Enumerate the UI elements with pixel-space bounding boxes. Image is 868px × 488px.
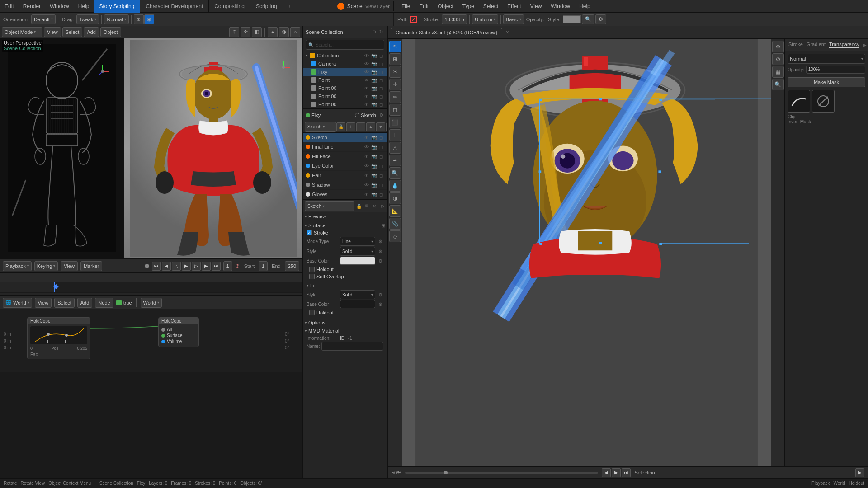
layer-move-down-btn[interactable]: ▼ <box>376 122 385 131</box>
menu-render[interactable]: Render <box>19 1 45 11</box>
mode-type-extra-btn[interactable]: ⚙ <box>377 238 383 244</box>
layer-gloves[interactable]: Gloves 👁 📷 ◻ <box>303 190 387 199</box>
krita-close-tab-btn[interactable]: ✕ <box>504 29 510 36</box>
krita-prev-btn[interactable]: ◀ <box>602 468 611 477</box>
gizmo-icon[interactable]: ✛ <box>241 27 250 37</box>
ff-vis-btn[interactable]: 👁 <box>363 153 370 160</box>
object-selector[interactable]: Fixy <box>306 113 353 118</box>
material-view-icon[interactable]: ◑ <box>279 27 289 37</box>
basic-dropdown[interactable]: Basic▾ <box>503 14 524 24</box>
layer-remove-btn[interactable]: - <box>356 122 365 131</box>
playback-dropdown[interactable]: Playback▾ <box>3 261 32 271</box>
layer-hair[interactable]: Hair 👁 📷 ◻ <box>303 171 387 180</box>
props-menu-btn[interactable]: ▶ <box>863 42 867 48</box>
brush-tool-btn[interactable]: ✏ <box>389 91 401 103</box>
render-view-icon[interactable]: ○ <box>290 27 300 37</box>
gradient-tab[interactable]: Gradient <box>807 42 826 48</box>
fill-color-extra-btn[interactable]: ⚙ <box>377 301 383 307</box>
krita-menu-effect[interactable]: Effect <box>503 1 525 11</box>
sketch-vis-btn[interactable]: 👁 <box>363 134 370 141</box>
ec-vis-btn[interactable]: 👁 <box>363 163 370 169</box>
surface-header[interactable]: ▾ Surface ⊞ <box>305 222 385 229</box>
move-tool-btn[interactable]: ✛ <box>389 79 401 90</box>
pt-render-icon[interactable]: 📷 <box>371 77 377 83</box>
right-tool-2[interactable]: ⊘ <box>772 53 784 65</box>
stroke-enable-check[interactable]: Stroke <box>307 230 383 235</box>
object-btn[interactable]: Object <box>100 27 121 37</box>
view-btn[interactable]: View <box>44 27 61 37</box>
world-dropdown[interactable]: World▾ <box>141 298 162 308</box>
base-color-extra-btn[interactable]: ⚙ <box>377 258 383 264</box>
overlay-icon[interactable]: ⊙ <box>229 27 239 37</box>
transparency-tab[interactable]: Transparency <box>829 42 859 48</box>
track-content[interactable] <box>54 282 302 292</box>
fill-style-extra-btn[interactable]: ⚙ <box>377 291 383 298</box>
object-mode-dropdown[interactable]: Object Mode▾ <box>2 27 42 37</box>
gl-extra-btn[interactable]: ◻ <box>378 191 384 197</box>
fl-extra-btn[interactable]: ◻ <box>378 144 384 150</box>
pt4-render-icon[interactable]: 📷 <box>371 101 377 108</box>
krita-menu-file[interactable]: File <box>397 1 415 11</box>
tab-scripting[interactable]: Scripting <box>250 0 283 13</box>
frame-end-field[interactable]: 250 <box>285 261 299 271</box>
node-view-btn[interactable]: View <box>35 298 52 308</box>
pt2-lock-icon[interactable]: ◻ <box>378 85 384 91</box>
layer-add-btn[interactable]: + <box>346 122 355 131</box>
next-frame-btn[interactable]: ▶ <box>202 262 211 271</box>
layer-eye-color[interactable]: Eye Color 👁 📷 ◻ <box>303 161 387 171</box>
pt-vis-icon[interactable]: 👁 <box>363 77 370 83</box>
layer-move-up-btn[interactable]: ▲ <box>366 122 375 131</box>
preview-header[interactable]: ▾ Preview <box>305 214 385 219</box>
fill-tool-btn[interactable]: ⬛ <box>389 117 401 128</box>
blend-mode-dropdown[interactable]: Normal ▾ <box>788 54 865 64</box>
outliner-item-collection[interactable]: ▾ Collection 👁 📷 ◻ <box>303 52 387 60</box>
make-mask-btn[interactable]: Make Mask <box>788 77 865 87</box>
stroke-value-field[interactable]: 13.333 p <box>442 14 467 24</box>
tab-compositing[interactable]: Compositing <box>209 0 250 13</box>
curve-marker-2[interactable] <box>65 340 66 343</box>
layer-filter-dropdown[interactable]: Sketch▾ <box>305 122 336 132</box>
transform-tool-btn[interactable]: ⊞ <box>389 53 401 65</box>
outliner-item-point3[interactable]: Point.00 👁 📷 ◻ <box>303 92 387 100</box>
pt4-lock-icon[interactable]: ◻ <box>378 101 384 108</box>
fill-header[interactable]: ▾ Fill <box>307 282 383 289</box>
cam-render-icon[interactable]: 📷 <box>371 61 377 67</box>
pt2-render-icon[interactable]: 📷 <box>371 85 377 91</box>
ec-extra-btn[interactable]: ◻ <box>378 163 384 169</box>
gl-lock-btn[interactable]: 📷 <box>371 191 377 197</box>
base-color-swatch[interactable] <box>340 257 375 265</box>
select-tool-btn[interactable]: ↖ <box>389 41 401 52</box>
sh-vis-btn[interactable]: 👁 <box>363 182 370 188</box>
sh-extra-btn[interactable]: ◻ <box>378 182 384 188</box>
layer-copy-btn[interactable]: ⧉ <box>363 203 370 209</box>
krita-doc-tab[interactable]: Character Slate v3.pdf @ 50% (RGB/Previe… <box>391 28 502 37</box>
layer-sketch[interactable]: Sketch 👁 📷 ◻ <box>303 133 387 142</box>
krita-menu-object[interactable]: Object <box>433 1 458 11</box>
style-dropdown[interactable]: Solid▾ <box>340 247 375 256</box>
node-curve[interactable]: HoldCope <box>27 317 90 359</box>
drag-dropdown[interactable]: Tweak▾ <box>76 14 99 24</box>
jump-end-btn[interactable]: ⏭ <box>212 262 221 271</box>
gradient-tool-btn[interactable]: ◑ <box>389 192 401 204</box>
zoom-slider[interactable] <box>405 472 598 474</box>
layer-extra2-btn[interactable]: ⚙ <box>379 203 385 209</box>
curve-marker-1[interactable] <box>47 340 48 343</box>
select-btn[interactable]: Select <box>62 27 83 37</box>
crop-tool-btn[interactable]: ✂ <box>389 66 401 78</box>
record-indicator[interactable] <box>145 264 149 268</box>
fl-vis-btn[interactable]: 👁 <box>363 144 370 150</box>
style-extra-btn[interactable]: ⚙ <box>377 248 383 254</box>
fill-color-swatch[interactable] <box>340 300 375 308</box>
krita-end-btn[interactable]: ⏭ <box>622 468 631 477</box>
menu-edit[interactable]: Edit <box>0 1 19 11</box>
krita-canvas[interactable] <box>402 39 771 466</box>
name-input[interactable] <box>321 342 383 351</box>
col-vis-icon[interactable]: 👁 <box>363 52 370 59</box>
layer-extra-btn[interactable]: ⋮ <box>386 122 387 131</box>
orientation-dropdown[interactable]: Default▾ <box>31 14 56 24</box>
prop-settings-icon[interactable]: ⚙ <box>378 112 384 118</box>
next-keyframe-btn[interactable]: ▷ <box>192 262 201 271</box>
marker-btn[interactable]: Marker <box>80 261 102 271</box>
node-output[interactable]: HoldCope All Surface <box>158 317 199 347</box>
text-tool-btn[interactable]: T <box>389 129 401 141</box>
